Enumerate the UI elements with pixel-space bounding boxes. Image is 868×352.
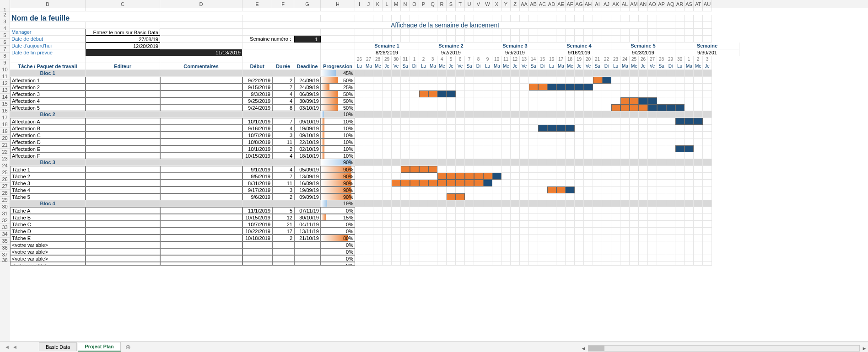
cell[interactable]	[419, 235, 428, 241]
task-name[interactable]: Tâche 4	[10, 187, 86, 193]
task-comments[interactable]	[160, 262, 243, 266]
scroll-left-icon[interactable]: ◄	[580, 346, 587, 351]
gantt-bar-segment[interactable]	[419, 180, 428, 187]
cell[interactable]	[364, 166, 373, 173]
task-progress[interactable]: 90%	[321, 173, 355, 180]
cell[interactable]	[675, 84, 685, 91]
cell[interactable]	[294, 49, 321, 56]
cell[interactable]	[547, 77, 556, 84]
cell[interactable]	[556, 180, 566, 187]
cell[interactable]	[428, 125, 437, 132]
cell[interactable]	[630, 70, 639, 77]
cell[interactable]	[666, 70, 675, 77]
cell[interactable]	[364, 145, 373, 152]
task-editor[interactable]	[86, 104, 160, 111]
cell[interactable]	[465, 145, 474, 152]
task-deadline[interactable]: 19/09/19	[294, 125, 321, 132]
cell[interactable]	[410, 36, 419, 43]
cell[interactable]	[410, 125, 419, 132]
cell[interactable]	[529, 173, 538, 180]
cell[interactable]	[383, 200, 392, 207]
cell[interactable]	[447, 159, 456, 166]
cell[interactable]	[584, 200, 593, 207]
cell[interactable]	[447, 118, 456, 125]
cell[interactable]	[566, 132, 575, 139]
cell[interactable]	[666, 29, 675, 36]
cell[interactable]	[694, 193, 703, 200]
cell[interactable]	[584, 173, 593, 180]
cell[interactable]	[428, 118, 437, 125]
cell[interactable]	[675, 111, 685, 118]
cell[interactable]	[160, 43, 243, 49]
column-header-AR[interactable]: AR	[675, 0, 685, 8]
task-name[interactable]: Tâche D	[10, 228, 86, 235]
cell[interactable]	[602, 132, 611, 139]
cell[interactable]	[294, 159, 321, 166]
day-number[interactable]: 13	[520, 56, 529, 63]
cell[interactable]	[410, 15, 419, 22]
cell[interactable]	[657, 159, 666, 166]
cell[interactable]	[593, 97, 602, 104]
cell[interactable]	[703, 139, 712, 145]
cell[interactable]	[657, 166, 666, 173]
cell[interactable]	[272, 8, 294, 11]
row-header-30[interactable]: 30	[0, 203, 10, 210]
cell[interactable]	[648, 173, 657, 180]
cell[interactable]	[383, 214, 392, 221]
task-duration[interactable]: 12	[272, 214, 294, 221]
cell[interactable]	[511, 91, 520, 97]
cell[interactable]	[456, 187, 465, 193]
cell[interactable]	[383, 8, 392, 11]
cell[interactable]	[620, 145, 630, 152]
cell[interactable]	[620, 111, 630, 118]
cell[interactable]	[465, 193, 474, 200]
cell[interactable]	[520, 36, 529, 43]
cell[interactable]	[10, 22, 86, 29]
cell[interactable]	[620, 193, 630, 200]
cell[interactable]	[685, 159, 694, 166]
cell[interactable]	[511, 159, 520, 166]
cell[interactable]	[556, 193, 566, 200]
task-duration[interactable]: 2	[272, 145, 294, 152]
cell[interactable]	[355, 70, 364, 77]
cell[interactable]	[392, 139, 401, 145]
cell[interactable]	[620, 248, 630, 255]
day-number[interactable]: 10	[492, 56, 501, 63]
cell[interactable]	[465, 36, 474, 43]
task-deadline[interactable]: 30/09/19	[294, 97, 321, 104]
cell[interactable]	[538, 139, 547, 145]
cell[interactable]	[566, 166, 575, 173]
cell[interactable]	[602, 139, 611, 145]
cell[interactable]	[575, 36, 584, 43]
cell[interactable]	[538, 207, 547, 214]
task-deadline[interactable]: 18/10/19	[294, 152, 321, 159]
cell[interactable]	[556, 15, 566, 22]
day-number[interactable]: 26	[639, 56, 648, 63]
row-header-25[interactable]: 25	[0, 169, 10, 176]
cell[interactable]	[630, 139, 639, 145]
cell[interactable]	[556, 207, 566, 214]
cell[interactable]	[630, 241, 639, 248]
cell[interactable]	[648, 152, 657, 159]
cell[interactable]	[483, 200, 492, 207]
cell[interactable]	[364, 221, 373, 228]
cell[interactable]	[160, 159, 243, 166]
cell[interactable]	[474, 70, 483, 77]
cell[interactable]	[685, 84, 694, 91]
cell[interactable]	[501, 125, 511, 132]
task-start[interactable]: 9/6/2019	[243, 193, 272, 200]
cell[interactable]	[648, 187, 657, 193]
cell[interactable]	[456, 221, 465, 228]
cell[interactable]	[556, 200, 566, 207]
gantt-bar-segment[interactable]	[529, 84, 538, 91]
gantt-bar-segment[interactable]	[428, 166, 437, 173]
cell[interactable]	[547, 207, 556, 214]
cell[interactable]	[447, 221, 456, 228]
cell[interactable]	[703, 22, 712, 29]
cell[interactable]	[373, 97, 383, 104]
row-header-36[interactable]: 36	[0, 245, 10, 251]
cell[interactable]	[492, 70, 501, 77]
cell[interactable]	[364, 91, 373, 97]
row-header-9[interactable]: 9	[0, 59, 10, 66]
cell[interactable]	[538, 145, 547, 152]
